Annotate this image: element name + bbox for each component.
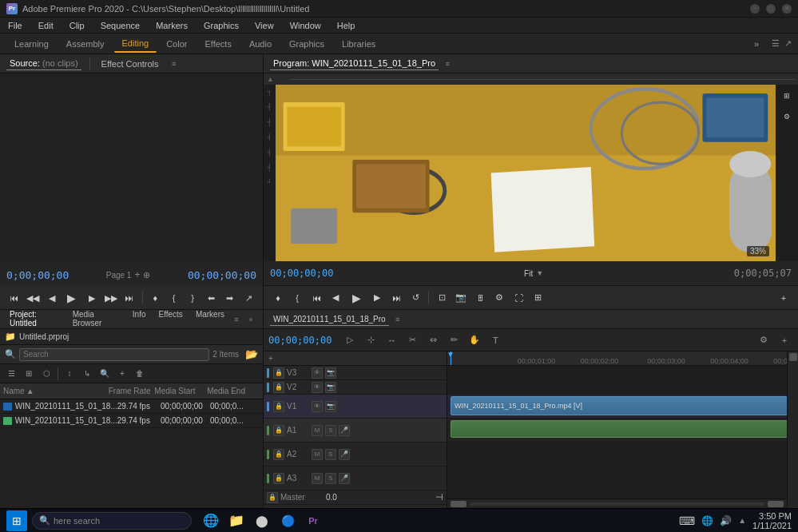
menu-clip[interactable]: Clip — [66, 19, 88, 32]
taskbar-teams-icon[interactable]: 🔵 — [276, 510, 299, 532]
video-clip[interactable]: WIN_20210111_15_01_18_Pro.mp4 [V] — [451, 396, 795, 415]
timeline-add-btn[interactable]: + — [776, 332, 793, 349]
program-marker-icon[interactable]: ♦ — [270, 290, 286, 306]
taskbar-premiere-icon[interactable]: Pr — [302, 510, 324, 532]
a1-solo-icon[interactable]: S — [325, 425, 336, 436]
a2-mic-icon[interactable]: 🎤 — [339, 449, 350, 460]
program-play[interactable]: ▶ — [347, 288, 366, 308]
scroll-thumb-right[interactable] — [768, 501, 784, 507]
master-end-icon[interactable]: ⊣ — [435, 492, 443, 502]
effect-controls-tab[interactable]: Effect Controls — [98, 58, 162, 70]
info-tab[interactable]: Info — [129, 308, 149, 330]
source-go-end[interactable]: ⏭ — [121, 290, 137, 306]
menu-graphics[interactable]: Graphics — [200, 19, 242, 32]
rate-stretch-tool[interactable]: ↔ — [383, 332, 400, 349]
razor-tool[interactable]: ✂ — [403, 332, 421, 349]
source-step-fwd2[interactable]: ▶▶ — [103, 290, 118, 306]
automate-icon[interactable]: ↳ — [79, 366, 95, 382]
a3-solo-icon[interactable]: S — [325, 473, 336, 484]
workspace-settings-icon[interactable]: ☰ — [772, 38, 780, 49]
source-timecode-right[interactable]: 00;00;00;00 — [188, 269, 256, 281]
project-search-input[interactable] — [19, 348, 209, 361]
a1-mute-icon[interactable]: M — [312, 425, 323, 436]
program-export-frame[interactable]: 📷 — [453, 290, 469, 306]
menu-edit[interactable]: Edit — [35, 19, 57, 32]
source-timecode-left[interactable]: 0;00;00;00 — [6, 269, 69, 281]
source-mark-out[interactable]: } — [185, 290, 200, 306]
file-row-0[interactable]: WIN_20210111_15_01_18... 29.74 fps 00;00… — [0, 399, 263, 414]
compare-icon[interactable]: ⊞ — [779, 88, 795, 104]
timeline-timecode[interactable]: 00;00;00;00 — [268, 335, 332, 346]
taskbar-keyboard-icon[interactable]: ⌨ — [679, 514, 695, 527]
freeform-view-icon[interactable]: ⬡ — [38, 366, 54, 382]
menu-window[interactable]: Window — [287, 19, 324, 32]
close-button[interactable]: ✕ — [782, 4, 792, 14]
program-safe-margins[interactable]: ⊡ — [434, 290, 450, 306]
start-button[interactable]: ⊞ — [6, 510, 27, 531]
v2-lock-icon[interactable]: 🔒 — [273, 382, 284, 393]
a1-mic-icon[interactable]: 🎤 — [339, 425, 350, 436]
v1-camera-icon[interactable]: 📷 — [325, 401, 336, 412]
a2-mute-icon[interactable]: M — [312, 449, 323, 460]
program-go-end[interactable]: ⏭ — [388, 290, 404, 306]
project-menu-icon[interactable]: ≡ — [231, 314, 242, 325]
program-fit-dropdown[interactable]: ▼ — [536, 269, 543, 277]
source-add-mark[interactable]: ♦ — [148, 290, 163, 306]
program-step-fwd[interactable]: ▶ — [369, 290, 385, 306]
project-tab[interactable]: Project: Untitled — [6, 308, 63, 330]
scroll-thumb-left[interactable] — [451, 501, 466, 507]
new-item-icon[interactable]: + — [114, 366, 130, 382]
ripple-edit-tool[interactable]: ⊹ — [362, 332, 379, 349]
workspace-export-icon[interactable]: ↗ — [784, 38, 792, 49]
program-loop[interactable]: ↺ — [407, 290, 423, 306]
program-menu-icon[interactable]: ≡ — [442, 58, 453, 69]
timeline-sequence-tab[interactable]: WIN_20210111_15_01_18_Pro — [270, 312, 389, 326]
taskbar-search-bar[interactable]: 🔍 here search — [32, 512, 192, 530]
source-play[interactable]: ▶ — [62, 288, 81, 308]
source-step-back2[interactable]: ◀ — [44, 290, 59, 306]
taskbar-edge-icon[interactable]: 🌐 — [200, 510, 222, 532]
v1-lock-icon[interactable]: 🔒 — [273, 401, 284, 412]
a3-mute-icon[interactable]: M — [312, 473, 323, 484]
taskbar-explorer-icon[interactable]: 📁 — [225, 510, 248, 532]
program-add-cue[interactable]: { — [289, 290, 305, 306]
program-fullscreen[interactable]: ⛶ — [510, 290, 526, 306]
source-add-page-icon[interactable]: + — [134, 269, 140, 280]
program-timecode-left[interactable]: 00;00;00;00 — [270, 268, 333, 279]
v1-eye-icon[interactable]: 👁 — [312, 401, 323, 412]
scroll-handle[interactable] — [789, 353, 797, 361]
tab-libraries[interactable]: Libraries — [334, 36, 383, 52]
taskbar-volume-icon[interactable]: 🔊 — [720, 515, 732, 526]
timeline-menu-icon[interactable]: ≡ — [392, 314, 403, 325]
menu-file[interactable]: File — [5, 19, 26, 32]
markers-tab[interactable]: Markers — [193, 308, 228, 330]
find-icon[interactable]: 🔍 — [97, 366, 113, 382]
source-insert[interactable]: ⬅ — [204, 290, 219, 306]
pen-tool[interactable]: ✏ — [445, 332, 463, 349]
settings-icon[interactable]: ⚙ — [779, 109, 795, 125]
project-close-icon[interactable]: » — [245, 314, 256, 325]
a1-lock-icon[interactable]: 🔒 — [273, 425, 284, 436]
program-clip-mixer[interactable]: 🎚 — [472, 290, 488, 306]
timeline-playhead[interactable] — [451, 351, 451, 365]
type-tool[interactable]: T — [486, 332, 504, 349]
source-overwrite[interactable]: ➡ — [222, 290, 237, 306]
menu-help[interactable]: Help — [334, 19, 359, 32]
program-compare[interactable]: ⊞ — [530, 290, 546, 306]
program-go-start[interactable]: ⏮ — [308, 290, 324, 306]
taskbar-chevron-icon[interactable]: ▲ — [738, 516, 746, 525]
a3-lock-icon[interactable]: 🔒 — [273, 473, 284, 484]
menu-sequence[interactable]: Sequence — [97, 19, 144, 32]
a2-solo-icon[interactable]: S — [325, 449, 336, 460]
source-step-fwd[interactable]: ▶ — [84, 290, 99, 306]
tab-effects[interactable]: Effects — [197, 36, 239, 52]
add-tracks-icon[interactable]: + — [268, 354, 273, 363]
menu-markers[interactable]: Markers — [153, 19, 191, 32]
source-tab[interactable]: Source: (no clips) — [6, 57, 81, 70]
source-page-add-icon[interactable]: ⊕ — [143, 270, 150, 280]
settings-btn[interactable]: ⚙ — [755, 332, 772, 349]
effects-tab[interactable]: Effects — [155, 308, 185, 330]
icon-view-icon[interactable]: ⊞ — [21, 366, 37, 382]
tab-audio[interactable]: Audio — [241, 36, 280, 52]
v3-lock-icon[interactable]: 🔒 — [273, 367, 284, 379]
